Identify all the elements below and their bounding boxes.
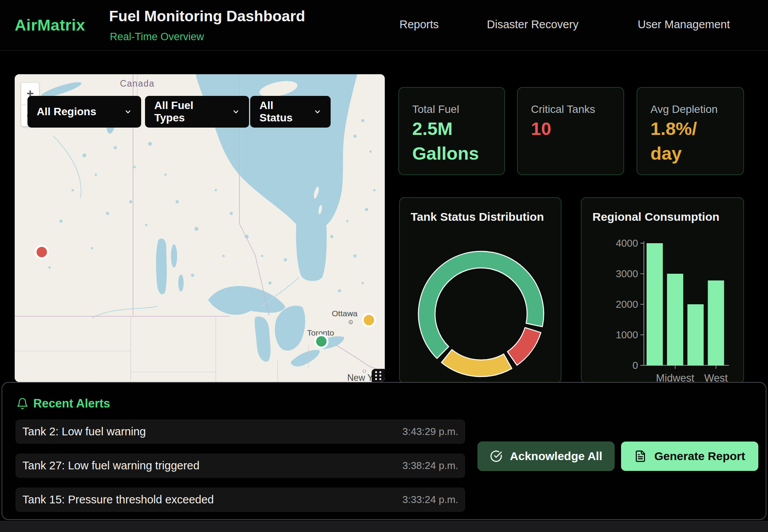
alert-timestamp: 3:38:24 p.m. bbox=[402, 460, 458, 472]
recent-alerts-panel: Recent Alerts Tank 2: Low fuel warning 3… bbox=[2, 382, 766, 520]
stat-label: Avg Depletion bbox=[650, 103, 718, 116]
check-circle-icon bbox=[490, 450, 502, 462]
generate-report-label: Generate Report bbox=[654, 450, 745, 463]
stat-card-total-fuel: Total Fuel 2.5M Gallons bbox=[398, 87, 505, 175]
stat-value-unit: Gallons bbox=[412, 144, 479, 162]
tank-status-distribution-card: Tank Status Distribution bbox=[399, 197, 561, 384]
nav-item-user-management[interactable]: User Management bbox=[638, 18, 730, 31]
fuel-type-filter-select[interactable]: All Fuel Types bbox=[145, 96, 249, 128]
alert-row: Tank 2: Low fuel warning 3:43:29 p.m. bbox=[15, 419, 465, 444]
dashboard-app: AirMatrix Fuel Monitoring Dashboard Real… bbox=[0, 0, 768, 521]
regional-consumption-card: Regional Consumption 01000200030004000Mi… bbox=[581, 197, 744, 384]
file-text-icon bbox=[634, 450, 647, 462]
nav-item-reports[interactable]: Reports bbox=[399, 18, 439, 31]
region-filter-select[interactable]: All Regions bbox=[27, 96, 141, 128]
alert-row: Tank 15: Pressure threshold exceeded 3:3… bbox=[15, 488, 465, 512]
stat-card-critical-tanks: Critical Tanks 10 bbox=[517, 87, 624, 175]
map-drag-handle[interactable] bbox=[372, 369, 385, 382]
bar-region-3 bbox=[688, 304, 704, 365]
chevron-down-icon bbox=[314, 108, 321, 116]
y-tick-label: 3000 bbox=[616, 268, 638, 280]
stat-card-avg-depletion: Avg Depletion 1.8%/ day bbox=[637, 87, 744, 175]
alert-timestamp: 3:33:24 p.m. bbox=[402, 494, 458, 506]
generate-report-button[interactable]: Generate Report bbox=[621, 442, 758, 471]
stat-value: 10 bbox=[531, 119, 551, 138]
alert-text: Tank 27: Low fuel warning triggered bbox=[22, 459, 200, 472]
town-dot-center-icon bbox=[350, 321, 351, 322]
town-dot-ny-icon bbox=[363, 370, 366, 373]
y-tick-label: 0 bbox=[633, 360, 638, 371]
bell-icon bbox=[16, 397, 29, 411]
tank-map[interactable]: Canada Ottawa Toronto New York + − All R… bbox=[15, 74, 385, 382]
chevron-down-icon bbox=[124, 108, 132, 116]
stat-value: 2.5M bbox=[412, 119, 453, 138]
bar-Midwest bbox=[667, 274, 683, 365]
chevron-down-icon bbox=[232, 108, 240, 116]
y-tick-label: 2000 bbox=[616, 298, 638, 310]
nav-item-disaster-recovery[interactable]: Disaster Recovery bbox=[487, 18, 579, 31]
page-subtitle: Real-Time Overview bbox=[110, 31, 204, 43]
status-filter-select[interactable]: All Status bbox=[250, 96, 331, 128]
donut-segment-critical bbox=[507, 327, 541, 365]
region-filter-value: All Regions bbox=[37, 106, 96, 118]
tank-status-donut-chart bbox=[400, 198, 561, 384]
regional-consumption-bar-chart: 01000200030004000MidwestWest bbox=[582, 198, 744, 384]
stat-value-unit: day bbox=[650, 144, 682, 162]
alert-timestamp: 3:43:29 p.m. bbox=[402, 426, 458, 438]
fuel-type-filter-value: All Fuel Types bbox=[154, 99, 227, 124]
alert-row: Tank 27: Low fuel warning triggered 3:38… bbox=[15, 454, 465, 478]
stat-label: Critical Tanks bbox=[531, 103, 595, 116]
tank-marker-normal[interactable] bbox=[315, 335, 328, 348]
donut-segment-warning bbox=[442, 350, 512, 377]
y-tick-label: 4000 bbox=[616, 237, 638, 249]
tank-marker-warning[interactable] bbox=[363, 314, 375, 326]
tank-marker-critical[interactable] bbox=[36, 246, 48, 258]
acknowledge-all-button[interactable]: Acknowledge All bbox=[478, 442, 614, 471]
page-title: Fuel Monitoring Dashboard bbox=[109, 8, 305, 25]
status-filter-value: All Status bbox=[259, 99, 308, 124]
alert-text: Tank 2: Low fuel warning bbox=[22, 425, 146, 438]
bar-West bbox=[708, 280, 724, 365]
map-label-ottawa: Ottawa bbox=[332, 309, 358, 318]
alert-text: Tank 15: Pressure threshold exceeded bbox=[22, 493, 214, 506]
header-bar: AirMatrix Fuel Monitoring Dashboard Real… bbox=[0, 0, 768, 51]
acknowledge-all-label: Acknowledge All bbox=[510, 450, 602, 463]
map-label-canada: Canada bbox=[120, 78, 155, 89]
bar-region-1 bbox=[647, 243, 663, 365]
alerts-section-title: Recent Alerts bbox=[33, 397, 110, 411]
stat-value: 1.8%/ bbox=[650, 119, 697, 138]
brand-logo: AirMatrix bbox=[15, 16, 85, 34]
stat-label: Total Fuel bbox=[412, 103, 459, 116]
y-tick-label: 1000 bbox=[616, 329, 638, 341]
